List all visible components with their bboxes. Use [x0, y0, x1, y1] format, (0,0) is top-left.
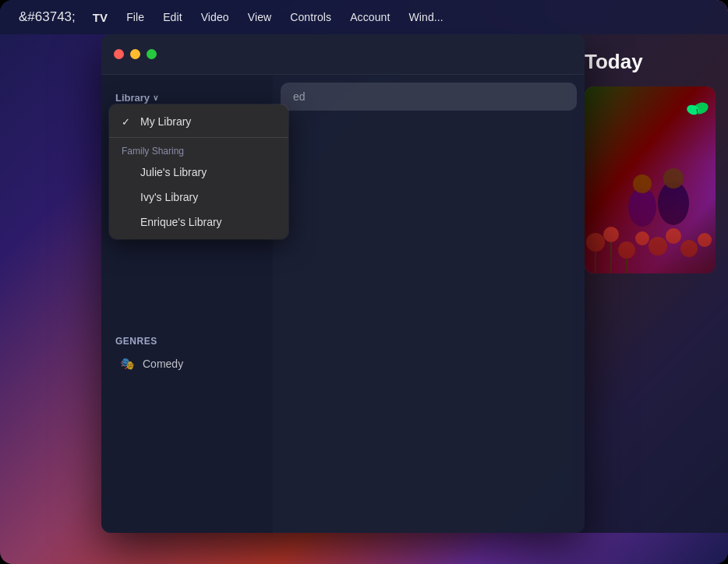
comedy-label: Comedy [143, 358, 183, 370]
genres-section-label: Genres [101, 325, 273, 350]
menu-account[interactable]: Account [342, 8, 398, 26]
today-title: Today [585, 50, 716, 74]
title-bar [101, 34, 585, 75]
main-content: ed [273, 75, 585, 533]
today-card[interactable] [585, 86, 716, 273]
menu-file[interactable]: File [118, 8, 152, 26]
menu-edit[interactable]: Edit [155, 8, 190, 26]
menu-window[interactable]: Wind... [401, 8, 451, 26]
dropdown-item-ivys-library[interactable]: Ivy's Library [109, 185, 288, 210]
apple-menu-icon[interactable]: &#63743; [12, 6, 82, 28]
minimize-button[interactable] [130, 49, 140, 59]
dropdown-item-enriques-library[interactable]: Enrique's Library [109, 210, 288, 234]
my-library-label: My Library [140, 115, 191, 128]
dropdown-separator [109, 137, 288, 138]
library-label: Library [115, 92, 150, 104]
sidebar-item-comedy[interactable]: 🎭 Comedy [106, 351, 268, 377]
screen-bezel: &#63743; TV File Edit Video View Control… [0, 0, 728, 564]
library-dropdown[interactable]: ✓ My Library Family Sharing Julie's Libr… [109, 104, 288, 239]
search-input-display[interactable]: ed [281, 83, 577, 111]
menu-tv[interactable]: TV [85, 8, 115, 27]
maximize-button[interactable] [147, 49, 157, 59]
menu-video[interactable]: Video [193, 8, 237, 26]
ivys-library-label: Ivy's Library [140, 191, 198, 203]
comedy-icon: 🎭 [120, 357, 135, 371]
julies-library-label: Julie's Library [140, 166, 207, 178]
enriques-library-label: Enrique's Library [140, 216, 222, 228]
checkmark-icon: ✓ [122, 116, 134, 128]
menu-bar: &#63743; TV File Edit Video View Control… [0, 0, 728, 34]
app-window: Library ∨ ✓ My Library Family Sharing [101, 34, 585, 533]
window-body: Library ∨ ✓ My Library Family Sharing [101, 75, 585, 533]
close-button[interactable] [114, 49, 124, 59]
library-chevron-icon: ∨ [153, 93, 158, 102]
family-sharing-header: Family Sharing [109, 141, 288, 160]
today-panel: Today [572, 34, 728, 533]
today-card-overlay [585, 161, 716, 273]
menu-view[interactable]: View [240, 8, 280, 26]
sidebar: Library ∨ ✓ My Library Family Sharing [101, 75, 273, 533]
dropdown-item-my-library[interactable]: ✓ My Library [109, 109, 288, 134]
menu-controls[interactable]: Controls [282, 8, 339, 26]
dropdown-item-julies-library[interactable]: Julie's Library [109, 160, 288, 185]
